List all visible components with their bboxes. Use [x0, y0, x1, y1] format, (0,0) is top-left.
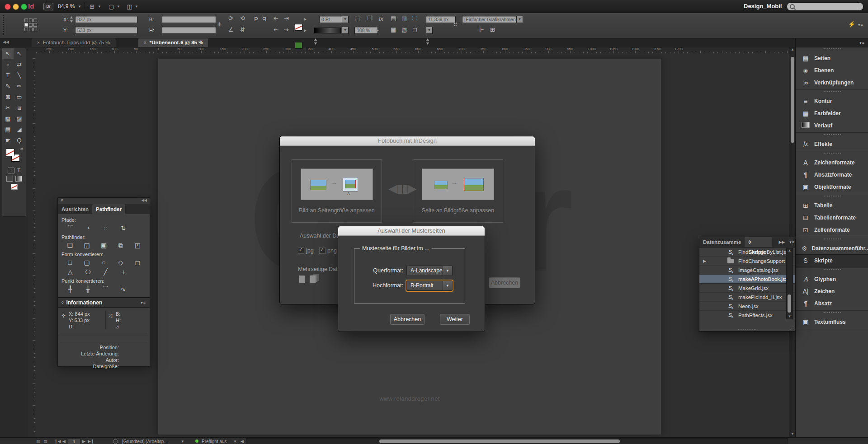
portrait-master-dropdown[interactable]: B-Portrait ▼ — [406, 280, 453, 291]
wrap-bounding-box-icon[interactable]: ▥ — [401, 15, 407, 22]
convert-inverse-rounded-icon[interactable]: ◻ — [129, 258, 146, 267]
dock-item-kontur[interactable]: ≡Kontur — [796, 95, 868, 107]
rotate-ccw-icon[interactable]: ⟲ — [240, 15, 245, 22]
tab-datenzusammenfuehrung[interactable]: Datenzusamme — [699, 237, 745, 247]
scroll-up-icon[interactable]: ▲ — [789, 47, 796, 52]
previous-page-icon[interactable]: ◀ — [62, 439, 66, 444]
document-status-icon[interactable] — [113, 439, 118, 444]
screen-mode-button[interactable] — [11, 184, 18, 190]
horizontal-scrollbar-thumb[interactable] — [379, 439, 620, 443]
reference-point-proxy[interactable] — [24, 19, 37, 31]
symmetrical-point-icon[interactable]: ∿ — [114, 285, 132, 294]
dock-item-objektformate[interactable]: ▣Objektformate — [796, 181, 868, 193]
opacity-field[interactable]: 100 % — [354, 27, 378, 34]
hand-tool[interactable]: ☛ — [2, 135, 14, 146]
info-panel-menu-icon[interactable]: ▾≡ — [141, 300, 146, 305]
selection-tool[interactable]: ↖ — [2, 48, 14, 59]
convert-polygon-icon[interactable]: ⎔ — [79, 267, 97, 277]
convert-orthogonal-line-icon[interactable]: + — [114, 267, 132, 277]
workspace-switcher[interactable]: Design_Mobil — [744, 3, 782, 9]
corner-shape-dropdown[interactable]: ▼ — [426, 27, 433, 34]
dock-item-datenzusammenf-hr-[interactable]: ⚙Datenzusammenführ... — [796, 242, 868, 254]
convert-rounded-rectangle-icon[interactable]: ▢ — [78, 258, 95, 267]
tab-ausrichten[interactable]: Ausrichten — [58, 204, 92, 214]
script-item-makegrid-jsx[interactable]: SoMakeGrid.jsx — [699, 284, 795, 293]
control-panel-menu-icon[interactable]: ▾≡ — [858, 23, 863, 27]
horizontal-ruler[interactable]: 2502001501005005010015020025030035040045… — [28, 47, 789, 54]
apply-color-button[interactable] — [6, 176, 13, 182]
dock-item-verkn-pfungen[interactable]: ∞Verknüpfungen — [796, 76, 868, 89]
stroke-swatch[interactable] — [295, 42, 302, 49]
close-panel-icon[interactable]: × — [61, 198, 63, 203]
formatting-affects-text-icon[interactable]: T — [17, 168, 20, 173]
smooth-point-icon[interactable]: ⌒ — [97, 285, 114, 294]
gap-tool[interactable]: ⇄ — [14, 59, 25, 70]
vertical-scrollbar-thumb[interactable] — [791, 57, 794, 143]
fit-page-to-image-option[interactable]: → Seite an Bildgröße anpassen — [413, 159, 503, 223]
align-center-icon[interactable]: ⊩ — [479, 26, 484, 33]
quick-apply-icon[interactable]: ⚡ — [848, 21, 855, 28]
previous-object-icon[interactable]: ⇠ — [274, 26, 278, 33]
line-tool[interactable]: ╲ — [14, 70, 25, 81]
fit-image-to-page-option[interactable]: → A Bild an Seitengröße anpassen — [292, 159, 382, 223]
last-page-icon[interactable]: ▶❙ — [88, 439, 94, 444]
join-path-icon[interactable]: ⌒ — [61, 224, 79, 233]
fill-swatch[interactable] — [295, 24, 302, 31]
scroll-left-icon[interactable]: ◀ — [241, 439, 244, 444]
dock-item-verlauf[interactable]: Verlauf — [796, 119, 868, 131]
stroke-type-dropdown[interactable] — [314, 28, 341, 33]
dock-item-zellenformate[interactable]: ⊡Zellenformate — [796, 224, 868, 236]
formatting-affects-container-icon[interactable] — [8, 168, 14, 173]
zoom-dropdown-arrow[interactable]: ▼ — [78, 5, 81, 9]
scroll-down-icon[interactable]: ▼ — [789, 431, 796, 437]
fotobuch-cancel-button[interactable]: Abbrechen — [489, 277, 520, 288]
jump-object-icon[interactable]: ▧ — [401, 26, 407, 33]
distribute-icon[interactable]: ⊞ — [490, 26, 495, 33]
stroke-weight-stepper[interactable] — [314, 38, 318, 45]
add-icon[interactable]: ❏ — [61, 241, 78, 250]
collapse-panel-icon[interactable]: ▶▶ — [778, 240, 785, 244]
convert-ellipse-icon[interactable]: ○ — [95, 258, 112, 267]
convert-beveled-rectangle-icon[interactable]: ◇ — [112, 258, 129, 267]
chevron-down-icon[interactable]: ▼ — [443, 281, 452, 290]
corner-point-icon[interactable]: ╁ — [79, 285, 97, 294]
type-tool[interactable]: T — [2, 70, 14, 81]
corner-shape-icon[interactable]: ◻ — [412, 26, 417, 33]
intersect-icon[interactable]: ▣ — [95, 241, 112, 250]
dock-item-zeichen[interactable]: A|Zeichen — [796, 285, 868, 297]
info-panel-header[interactable]: ◊ Informationen ▾≡ — [57, 298, 150, 308]
corner-radius-field[interactable]: 11,339 px — [426, 16, 456, 23]
dock-item-zeichenformate[interactable]: AZeichenformate — [796, 156, 868, 168]
scissors-tool[interactable]: ✂ — [2, 103, 14, 113]
script-item-neon-jsx[interactable]: SoNeon.jsx — [699, 302, 795, 311]
minimize-window-button[interactable] — [13, 4, 19, 10]
chevron-down-icon[interactable]: ▼ — [443, 266, 452, 276]
rotate-cw-icon[interactable]: ⟳ — [228, 15, 233, 22]
scripts-scrollbar[interactable]: ▲ ▼ — [786, 248, 793, 319]
vertical-ruler[interactable] — [28, 53, 36, 437]
normal-mode-icon[interactable]: ▤ — [43, 439, 47, 444]
open-path-icon[interactable]: ◔ — [79, 224, 97, 233]
scripts-panel-menu-icon[interactable]: ▾≡ — [789, 240, 795, 244]
minus-back-icon[interactable]: ◳ — [129, 241, 146, 250]
close-window-button[interactable] — [5, 4, 11, 10]
landscape-master-dropdown[interactable]: A-Landscape ▼ — [406, 266, 453, 276]
select-content-icon[interactable]: ⇥ — [284, 15, 289, 22]
plain-point-icon[interactable]: ╀ — [61, 285, 79, 294]
apply-gradient-button[interactable] — [15, 176, 22, 182]
next-page-icon[interactable]: ▶ — [82, 439, 85, 444]
dock-item-farbfelder[interactable]: ▦Farbfelder — [796, 107, 868, 119]
no-text-wrap-icon[interactable]: ▤ — [391, 15, 396, 22]
convert-line-icon[interactable]: ╱ — [97, 267, 114, 277]
flip-horizontal-mirror-icon[interactable]: P — [262, 16, 266, 23]
free-transform-tool[interactable]: ⧈ — [14, 103, 25, 113]
exclude-overlap-icon[interactable]: ⧉ — [112, 241, 129, 250]
first-page-icon[interactable]: ❙◀ — [54, 439, 61, 444]
height-field[interactable] — [162, 27, 216, 34]
arrange-documents-icon[interactable]: ◫ — [127, 3, 132, 10]
script-item-findchangesupport[interactable]: ▶FindChangeSupport — [699, 257, 795, 266]
convert-triangle-icon[interactable]: △ — [61, 267, 79, 277]
rectangle-frame-tool[interactable]: ⊠ — [2, 92, 14, 103]
script-item-patheffects-jsx[interactable]: SoPathEffects.jsx — [699, 311, 795, 319]
script-item-findchangebylist-jsx[interactable]: SoFindChangeByList.jsx — [699, 248, 795, 257]
